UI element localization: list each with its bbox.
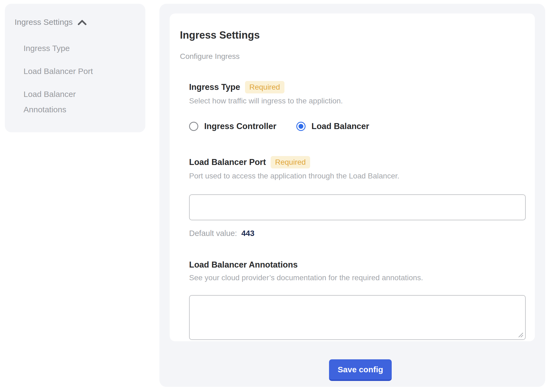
required-badge: Required	[245, 81, 284, 93]
sidebar: Ingress Settings Ingress Type Load Balan…	[5, 4, 145, 132]
radio-icon[interactable]	[189, 122, 198, 131]
load-balancer-annotations-textarea[interactable]	[189, 295, 526, 340]
sidebar-item-ingress-type[interactable]: Ingress Type	[24, 40, 113, 56]
sidebar-item-load-balancer-port[interactable]: Load Balancer Port	[24, 63, 113, 79]
radio-icon[interactable]	[296, 122, 306, 131]
settings-card: Ingress Settings Configure Ingress Ingre…	[170, 13, 535, 341]
default-value-label: Default value:	[189, 229, 237, 238]
load-balancer-annotations-description: See your cloud provider’s documentation …	[189, 273, 526, 283]
settings-panel: Ingress Settings Configure Ingress Ingre…	[159, 4, 545, 387]
radio-ingress-controller-label: Ingress Controller	[204, 121, 276, 131]
load-balancer-port-description: Port used to access the application thro…	[189, 171, 526, 181]
page-subtitle: Configure Ingress	[180, 52, 526, 61]
section-load-balancer-port: Load Balancer Port Required Port used to…	[189, 156, 526, 238]
ingress-type-radio-group: Ingress Controller Load Balancer	[189, 121, 526, 131]
sidebar-nav: Ingress Type Load Balancer Port Load Bal…	[24, 40, 137, 117]
required-badge: Required	[271, 156, 310, 168]
save-config-button[interactable]: Save config	[329, 359, 392, 381]
default-value-line: Default value: 443	[189, 229, 526, 238]
load-balancer-annotations-label: Load Balancer Annotations	[189, 259, 298, 270]
default-value: 443	[241, 229, 254, 238]
sidebar-group-label: Ingress Settings	[15, 17, 73, 27]
radio-ingress-controller[interactable]: Ingress Controller	[189, 121, 276, 131]
sidebar-item-load-balancer-annotations[interactable]: Load Balancer Annotations	[24, 86, 113, 117]
chevron-up-icon[interactable]	[78, 19, 87, 25]
sidebar-group-ingress-settings[interactable]: Ingress Settings	[15, 17, 137, 27]
ingress-type-description: Select how traffic will ingress to the a…	[189, 96, 526, 106]
radio-load-balancer-label: Load Balancer	[311, 121, 369, 131]
load-balancer-port-input[interactable]	[189, 194, 526, 220]
load-balancer-port-label: Load Balancer Port	[189, 157, 266, 168]
section-load-balancer-annotations: Load Balancer Annotations See your cloud…	[189, 259, 526, 340]
section-ingress-type: Ingress Type Required Select how traffic…	[189, 81, 526, 131]
page-title: Ingress Settings	[180, 29, 526, 41]
resize-handle-icon[interactable]	[517, 332, 524, 338]
radio-load-balancer[interactable]: Load Balancer	[296, 121, 369, 131]
ingress-type-label: Ingress Type	[189, 82, 240, 93]
